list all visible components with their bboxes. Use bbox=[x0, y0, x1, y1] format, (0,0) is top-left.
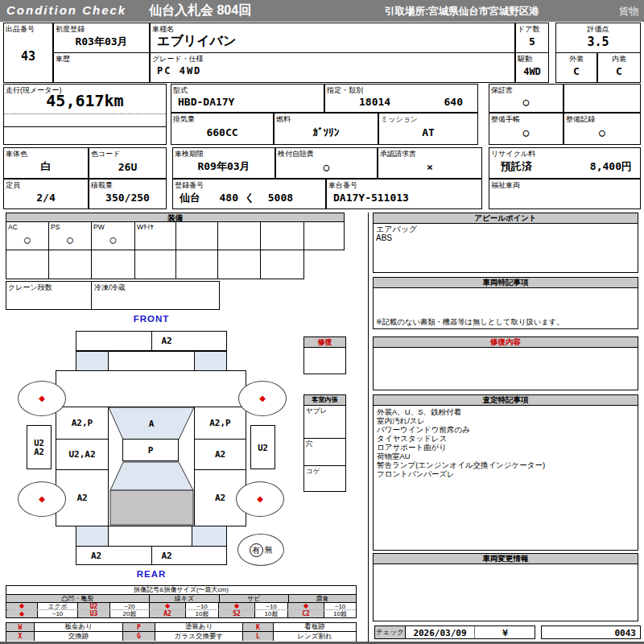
roof-cell: P bbox=[122, 439, 179, 461]
field-approval-request: 承認請求書 × bbox=[378, 147, 482, 179]
field-fuel: 燃料 ｶﾞｿﾘﾝ bbox=[274, 113, 378, 145]
legend-diamond: ◆ bbox=[6, 610, 38, 617]
front-bumper-right-cell: A2 bbox=[151, 331, 227, 351]
equipment-cell-empty bbox=[134, 250, 176, 279]
field-designation: 指定・類別 18014 640 bbox=[324, 84, 478, 113]
right-front-door-cell: A2,P bbox=[194, 407, 246, 440]
appeal-points-header: アピールポイント bbox=[374, 213, 638, 224]
equipment-mark: ○ bbox=[6, 229, 48, 250]
rear-left-wheel: ◆ bbox=[18, 481, 66, 517]
spare-no: 無 bbox=[265, 544, 273, 555]
freezer-label: 冷凍/冷蔵 bbox=[94, 283, 126, 293]
assessment-line: 警告ランプ(エンジンオイル交換インジケーター) bbox=[377, 460, 636, 469]
check-date: 2026/03/09 bbox=[406, 628, 474, 638]
assessment-header: 査定特記事項 bbox=[374, 395, 638, 406]
field-model-name: 車種名 エブリイバン bbox=[150, 23, 515, 53]
repair-flag-header: 修復 bbox=[304, 337, 345, 348]
field-value: ○ bbox=[564, 121, 640, 144]
field-inspection-expiry: 車検期限 R09年03月 bbox=[172, 147, 275, 179]
sheet-number-box: 0043 bbox=[541, 625, 641, 639]
rear-glass-left bbox=[76, 526, 109, 547]
field-maintenance-record: 整備記録 ○ bbox=[564, 113, 641, 145]
legend-cell: ~10 bbox=[186, 603, 219, 609]
auction-condition-sheet: Condition Check 仙台入札会 804回 引取場所:宮城県仙台市宮城… bbox=[0, 0, 644, 644]
rear-bumper-left-cell: A2 bbox=[76, 546, 152, 565]
rear-glass-right bbox=[192, 526, 227, 547]
legend-cell: 10超 bbox=[324, 610, 356, 617]
legend-cell: エクボ bbox=[38, 603, 78, 609]
change-info-box: 車両変更情報 bbox=[373, 553, 638, 621]
field-value: R09年03月 bbox=[173, 155, 275, 178]
legend-cell: 10超 bbox=[255, 610, 288, 617]
equipment-cell-empty bbox=[175, 221, 218, 250]
legend-cell: ~10 bbox=[38, 610, 78, 617]
field-first-registration: 初度登録 R03年03月 bbox=[53, 23, 150, 53]
check-label: チェック bbox=[374, 625, 406, 639]
damage-code: U2 bbox=[34, 439, 44, 448]
symbol-code: G bbox=[123, 632, 155, 641]
divider bbox=[4, 126, 166, 127]
legend-diamond: ◆ bbox=[150, 603, 186, 609]
legend-title: 損傷記号&損傷サイズ(〜最大cm) bbox=[6, 586, 356, 595]
repair-detail-box: 修復内容 bbox=[373, 336, 638, 390]
equipment-mark: ○ bbox=[92, 229, 134, 250]
legend-group-dent: 凸凹・亀裂 bbox=[6, 595, 150, 602]
front-left-wheel: ◆ bbox=[18, 381, 66, 416]
front-glass-right bbox=[194, 351, 227, 371]
front-right-wheel: ◆ bbox=[238, 381, 287, 416]
assessment-line: フロントバンパーズレ bbox=[377, 469, 636, 478]
left-mirror-cell: U2 A2 bbox=[27, 425, 52, 469]
brand-logo: Condition Check bbox=[6, 3, 126, 17]
equipment-cell-empty bbox=[260, 221, 304, 250]
field-value: 43 bbox=[4, 31, 52, 82]
divider bbox=[4, 114, 166, 114]
cabin-item-burn: コゲ bbox=[306, 467, 320, 477]
check-mark: ¥ bbox=[474, 628, 536, 638]
symbol-desc: 板金あり bbox=[35, 623, 123, 631]
field-exterior-grade: 外装 C bbox=[555, 52, 597, 83]
legend-diamond: ◆ bbox=[288, 603, 324, 609]
field-grade: グレード・仕様 PC 4WD bbox=[150, 52, 515, 83]
symbol-code: P bbox=[123, 623, 155, 631]
appeal-line: ABS bbox=[376, 233, 636, 242]
pickup-location: 引取場所:宮城県仙台市宮城野区港 bbox=[385, 5, 539, 19]
legend-cell: 20超 bbox=[110, 610, 150, 617]
field-maintenance-book: 整備手帳 ○ bbox=[489, 113, 564, 145]
field-lot-number: 出品番号 43 bbox=[3, 23, 53, 83]
left-front-door-cell: A2,P bbox=[56, 407, 109, 440]
appeal-points-box: アピールポイント エアバッグ ABS bbox=[373, 213, 638, 273]
divider bbox=[91, 282, 92, 309]
repair-flag-box: 修復 bbox=[303, 336, 346, 374]
assessment-line: ロアサポート曲がり bbox=[377, 443, 636, 452]
top-bar: Condition Check 仙台入札会 804回 引取場所:宮城県仙台市宮城… bbox=[0, 0, 644, 22]
change-info-header: 車両変更情報 bbox=[374, 554, 638, 564]
field-value: C bbox=[598, 60, 640, 82]
legend-group-rust: サビ bbox=[220, 595, 289, 602]
field-recycle-fee: リサイクル料 預託済 8,400円 bbox=[489, 147, 641, 179]
damage-code: A2,P bbox=[72, 418, 93, 428]
damage-code: A2 bbox=[215, 449, 225, 460]
field-value: 26U bbox=[89, 155, 166, 178]
field-value: DA17Y-511013 bbox=[327, 187, 481, 208]
field-blank bbox=[564, 84, 641, 113]
legend-diamond: ◆ bbox=[6, 603, 38, 609]
appeal-line: エアバッグ bbox=[376, 225, 636, 233]
recycle-status: 預託済 bbox=[501, 159, 532, 174]
cabin-item-hole: 穴 bbox=[306, 440, 313, 449]
field-value bbox=[54, 60, 149, 82]
symbol-code: W bbox=[6, 623, 35, 631]
field-drive: 駆動 4WD bbox=[515, 52, 549, 83]
symbol-desc: 看板跡 bbox=[274, 623, 356, 631]
auction-title: 仙台入札会 804回 bbox=[149, 2, 251, 19]
center-column: A bbox=[108, 407, 195, 526]
equipment-cell-empty bbox=[6, 250, 49, 279]
recycle-amount: 8,400円 bbox=[590, 159, 632, 174]
spare-tire-indicator: 有 無 bbox=[237, 534, 284, 566]
equipment-cell-empty bbox=[48, 250, 92, 279]
sheet-number: 0043 bbox=[615, 628, 637, 638]
symbol-code: X bbox=[6, 632, 35, 641]
damage-code: A2 bbox=[34, 448, 44, 456]
damage-code: P bbox=[148, 445, 154, 456]
column-divider bbox=[368, 213, 369, 642]
equipment-cell-empty bbox=[175, 250, 218, 279]
